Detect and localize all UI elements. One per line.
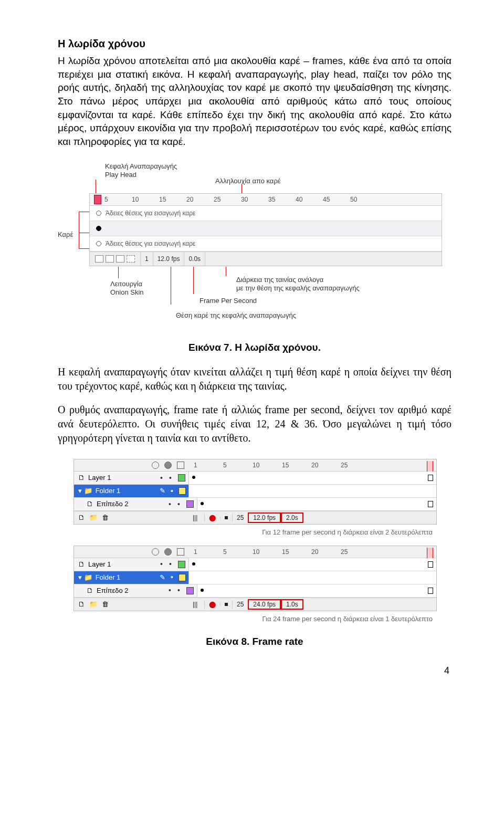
frame-end-icon <box>428 561 433 568</box>
page-number: 4 <box>58 664 452 677</box>
status-frame: 25 <box>232 514 248 522</box>
dot-icon: • <box>171 572 173 582</box>
ruler-tick: 45 <box>323 195 350 204</box>
layer-timeline[interactable] <box>188 571 436 584</box>
playhead-icon[interactable] <box>94 195 101 204</box>
playhead-label-1: Κεφαλή Αναπαραγωγής <box>105 162 177 171</box>
duration-label-2: με την θέση της κεφαλής αναπαραγωγής <box>236 284 360 293</box>
color-swatch[interactable] <box>178 561 185 568</box>
layers-header: 1 5 10 15 20 25 <box>74 459 436 472</box>
layers-panel-a: 1 5 10 15 20 25 🗋Layer 1 •• ▾ 📁Folder 1 … <box>74 459 437 525</box>
timeline-ruler[interactable]: 1 5 10 15 20 25 <box>187 461 436 469</box>
outline-icon[interactable] <box>177 462 184 469</box>
playhead-icon[interactable] <box>427 461 433 473</box>
layers-footer: 🗋 📁 🗑 ||| ⬤ 25 24.0 fps 1.0s <box>74 598 436 611</box>
layer-row[interactable]: 🗋Layer 1 •• <box>74 558 436 571</box>
color-swatch[interactable] <box>178 474 185 482</box>
status-time: 2.0s <box>281 512 303 523</box>
redline <box>79 212 79 248</box>
status-frame: 1 <box>141 252 153 266</box>
ruler-tick: 40 <box>296 195 323 204</box>
ruler-tick: 10 <box>132 195 159 204</box>
ruler-tick: 10 <box>253 461 282 469</box>
fps-label: Frame Per Second <box>200 296 257 306</box>
timeline-track[interactable]: Άδειες θέσεις για εισαγωγή καρε <box>90 236 442 252</box>
layer-name: Folder 1 <box>96 486 121 496</box>
new-layer-icon[interactable]: 🗋 <box>78 600 85 609</box>
redline <box>242 185 242 193</box>
subcaption-b: Για 24 frame per second η διάρκεια είναι… <box>74 611 436 629</box>
ruler-tick: 30 <box>241 195 268 204</box>
onion-skin-controls[interactable] <box>90 252 141 266</box>
new-layer-icon[interactable]: 🗋 <box>78 513 85 522</box>
onion-marker-icon[interactable]: ⬤ <box>204 600 220 609</box>
empty-slots-label: Άδειες θέσεις για εισαγωγή καρε <box>106 209 195 217</box>
ruler-tick: 50 <box>350 195 377 204</box>
ruler-tick: 25 <box>341 461 370 469</box>
timeline-ruler[interactable]: 5 10 15 20 25 30 35 40 45 50 <box>90 194 442 206</box>
onion-marker-icon[interactable]: ⬤ <box>204 514 220 522</box>
onion-skin-icon[interactable] <box>95 255 103 263</box>
timeline-ruler[interactable]: 1 5 10 15 20 25 <box>187 548 436 556</box>
paragraph-3: Ο ρυθμός αναπαραγωγής, frame rate ή αλλι… <box>58 403 452 445</box>
layer-row[interactable]: 🗋Επίπεδο 2 •• <box>74 498 436 511</box>
dot-icon: • <box>177 499 180 509</box>
frame-label: Καρέ <box>58 230 73 239</box>
layer-row[interactable]: 🗋Επίπεδο 2 •• <box>74 584 436 598</box>
playhead-label-2: Play Head <box>105 170 136 180</box>
status-fps: 12.0 fps <box>248 512 281 523</box>
trash-icon[interactable]: 🗑 <box>102 513 109 522</box>
onion-skin-icon[interactable] <box>106 255 114 263</box>
ruler-tick: 25 <box>214 195 241 204</box>
onion-label-2: Onion Skin <box>110 288 144 297</box>
keyframe-icon <box>96 241 101 246</box>
layer-row[interactable]: ▾ 📁Folder 1 • <box>74 571 436 584</box>
status-time: 1.0s <box>281 599 303 610</box>
color-swatch[interactable] <box>186 587 194 594</box>
ruler-tick: 5 <box>223 548 253 556</box>
timeline-track[interactable]: Άδειες θέσεις για εισαγωγή καρε <box>90 206 442 221</box>
layer-timeline[interactable] <box>188 485 436 497</box>
timeline-panel: 5 10 15 20 25 30 35 40 45 50 Άδειες θέσε… <box>89 193 442 266</box>
onion-skin-icon[interactable] <box>220 603 232 606</box>
frame-end-icon <box>428 475 433 481</box>
layer-row[interactable]: 🗋Layer 1 •• <box>74 472 436 485</box>
color-swatch[interactable] <box>178 574 186 581</box>
status-fps: 24.0 fps <box>248 599 281 610</box>
timeline-track[interactable] <box>90 221 442 236</box>
dot-icon: • <box>169 585 171 595</box>
color-swatch[interactable] <box>186 500 194 508</box>
visibility-icon[interactable] <box>152 462 159 469</box>
layer-name: Επίπεδο 2 <box>97 586 129 595</box>
layer-timeline[interactable] <box>188 472 436 484</box>
new-folder-icon[interactable]: 📁 <box>89 600 98 609</box>
onion-skin-icon[interactable] <box>127 255 135 263</box>
layer-timeline[interactable] <box>188 558 436 571</box>
dot-icon: • <box>177 585 180 595</box>
onion-skin-icon[interactable] <box>220 516 232 519</box>
color-swatch[interactable] <box>178 487 186 495</box>
outline-icon[interactable] <box>177 548 184 556</box>
layer-name: Layer 1 <box>88 473 111 483</box>
layers-panel-b: 1 5 10 15 20 25 🗋Layer 1 •• ▾ 📁Folder 1 … <box>74 546 437 611</box>
playhead-icon[interactable] <box>427 548 433 559</box>
keyframe-icon <box>201 502 204 505</box>
folder-icon: ▾ 📁 <box>78 573 92 582</box>
ruler-tick: 15 <box>282 461 311 469</box>
layer-row[interactable]: ▾ 📁Folder 1 • <box>74 485 436 498</box>
dot-icon: • <box>169 473 172 483</box>
ruler-tick: 15 <box>159 195 186 204</box>
layer-timeline[interactable] <box>197 584 436 597</box>
trash-icon[interactable]: 🗑 <box>102 600 109 609</box>
visibility-icon[interactable] <box>152 548 159 556</box>
paragraph-3-text: Ο ρυθμός αναπαραγωγής, frame rate ή αλλι… <box>58 404 452 444</box>
dot-icon: • <box>169 559 172 569</box>
lock-icon[interactable] <box>164 462 172 469</box>
lock-icon[interactable] <box>164 548 172 556</box>
new-folder-icon[interactable]: 📁 <box>89 513 98 522</box>
onion-skin-icon[interactable] <box>116 255 124 263</box>
layer-timeline[interactable] <box>197 498 436 510</box>
figure-timeline: Κεφαλή Αναπαραγωγής Play Head Αλληλουχία… <box>58 162 452 334</box>
paragraph-2-text: Η κεφαλή αναπαραγωγής όταν κινείται αλλά… <box>58 366 452 392</box>
layer-name: Folder 1 <box>96 573 121 582</box>
